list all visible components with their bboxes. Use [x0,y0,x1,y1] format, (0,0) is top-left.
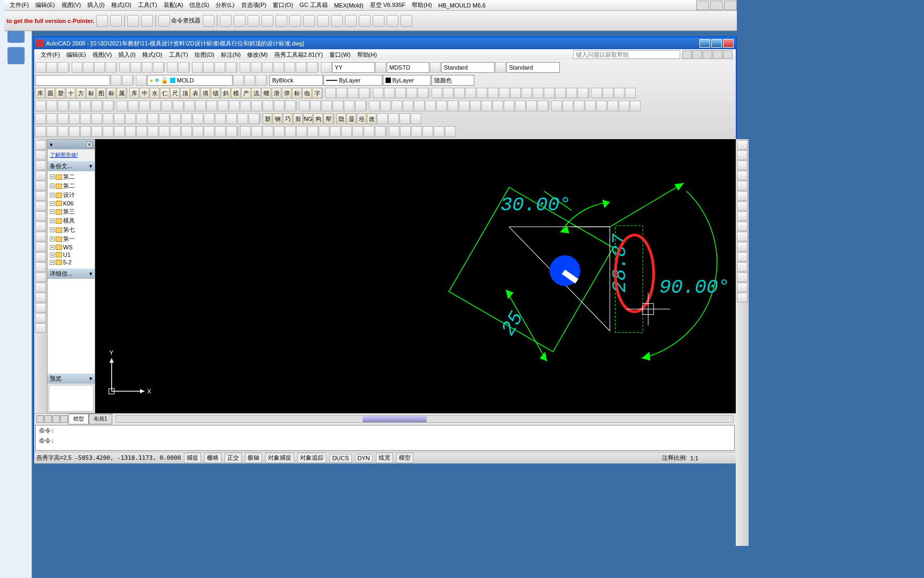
tb-button[interactable] [352,126,363,137]
tb-button[interactable] [373,88,383,98]
tb-button[interactable] [35,113,46,124]
menu-hbmould[interactable]: HB_MOULD M6.6 [435,1,489,10]
han-btn[interactable]: 字 [312,88,322,98]
tb-button[interactable] [395,88,406,98]
tree-item[interactable]: +第七 [49,225,94,234]
copy-button[interactable] [737,150,748,160]
maximize-button[interactable] [711,39,722,48]
tb-button[interactable] [476,88,487,98]
model-viewport[interactable]: 30.00° 90.00° 28.87 25 [95,139,736,413]
tree-item[interactable]: +第一 [49,234,94,244]
tb-button[interactable] [488,88,498,98]
status-icon[interactable] [713,454,722,462]
tb-button[interactable] [596,101,607,111]
open-button[interactable] [47,62,57,73]
arc-button[interactable] [35,191,46,201]
tb-button[interactable] [47,113,57,124]
tb-button[interactable] [69,113,80,124]
han-btn[interactable]: 圆 [45,88,55,98]
tb-button[interactable] [448,101,458,111]
han-btn[interactable]: 坯 [357,113,366,124]
tb-button[interactable] [422,126,433,137]
tb-button[interactable] [91,113,102,124]
plot-color-combo[interactable]: 随颜色 [432,75,474,86]
redo-button[interactable] [178,62,189,73]
tb-button[interactable] [411,126,422,137]
tb-button[interactable] [125,126,136,137]
dock-icon[interactable] [7,47,25,64]
tb-button[interactable] [526,101,537,111]
block-combo[interactable] [35,75,110,86]
han-btn[interactable]: 产 [241,88,251,98]
tb-button[interactable] [91,101,102,111]
tb-button[interactable] [128,101,138,111]
insert-button[interactable] [35,252,46,262]
backup-tree[interactable]: +第二 +第二 +设计 +K06 +第三 +模具 +第七 +第一 +WS +U1… [48,171,95,269]
close-button[interactable] [723,39,734,48]
menu-tools[interactable]: 工具(T) [135,0,160,10]
tb-button[interactable] [251,101,262,111]
tb-button[interactable] [443,88,453,98]
tb-button[interactable] [359,15,371,27]
tb-button[interactable] [47,101,57,111]
circle-button[interactable] [35,201,46,211]
tb-button[interactable] [481,101,492,111]
tb-button[interactable] [58,101,68,111]
menu-format[interactable]: 格式(O) [108,0,135,10]
menu-mex[interactable]: MEX(Mold) [331,1,367,10]
fillet-button[interactable] [737,283,748,292]
han-btn[interactable]: 库 [35,88,45,98]
tb-button[interactable] [401,15,412,27]
cad-menu-help[interactable]: 帮助(H) [354,50,380,60]
tb-button[interactable] [470,101,481,111]
scale-button[interactable] [737,211,748,221]
han-btn[interactable]: 水 [150,88,159,98]
han-btn[interactable]: 属 [117,88,126,98]
tb-button[interactable] [170,126,181,137]
tb-button[interactable] [47,126,57,137]
tb-button[interactable] [504,101,514,111]
han-btn[interactable]: 镶 [211,88,220,98]
tb-button[interactable] [69,126,80,137]
tb-button[interactable] [136,126,147,137]
tb-button[interactable] [364,126,374,137]
tb-button[interactable] [578,88,588,98]
tb-button[interactable] [377,113,388,124]
han-btn[interactable]: 塑 [56,88,65,98]
tb-button[interactable] [544,88,555,98]
tb-button[interactable] [321,101,332,111]
han-btn[interactable]: 库 [129,88,139,98]
menu-window[interactable]: 窗口(O) [270,0,296,10]
annoscale-value[interactable]: 1:1 [690,455,698,461]
cad-menu-yanxiu[interactable]: 燕秀工具箱2.81(Y) [271,50,326,60]
tb-button[interactable] [406,88,417,98]
tb-button[interactable] [331,15,343,27]
preview-section-header[interactable]: 预览▾ [48,374,95,384]
han-btn[interactable]: 流 [251,88,261,98]
tb-button[interactable] [551,101,562,111]
menu-view[interactable]: 视图(V) [58,0,84,10]
tb-button[interactable] [436,101,447,111]
new-button[interactable] [35,62,46,73]
hatch-button[interactable] [35,283,46,292]
tree-item[interactable]: +5-2 [49,258,94,266]
tb-button[interactable] [110,15,122,27]
han-btn[interactable]: 构 [313,113,323,124]
ducs-toggle[interactable]: DUCS [329,454,351,462]
tb-button[interactable] [619,101,629,111]
paste-button[interactable] [142,62,152,73]
pline-button[interactable] [35,161,46,170]
command-finder[interactable]: 命令查找器 [158,15,201,27]
palette-help-link[interactable]: 了解图形修! [48,149,95,161]
han-btn[interactable]: NG [303,113,313,124]
han-btn[interactable]: 剪 [293,113,303,124]
tb-button[interactable] [380,101,391,111]
properties-button[interactable] [240,62,250,73]
tb-button[interactable] [630,101,641,111]
menu-gctoolbox[interactable]: GC 工具箱 [296,0,331,10]
tb-button[interactable] [299,101,310,111]
tb-button[interactable] [614,88,625,98]
tb-button[interactable] [237,113,248,124]
han-btn[interactable]: 钢 [273,113,282,124]
tb-button[interactable] [411,113,421,124]
